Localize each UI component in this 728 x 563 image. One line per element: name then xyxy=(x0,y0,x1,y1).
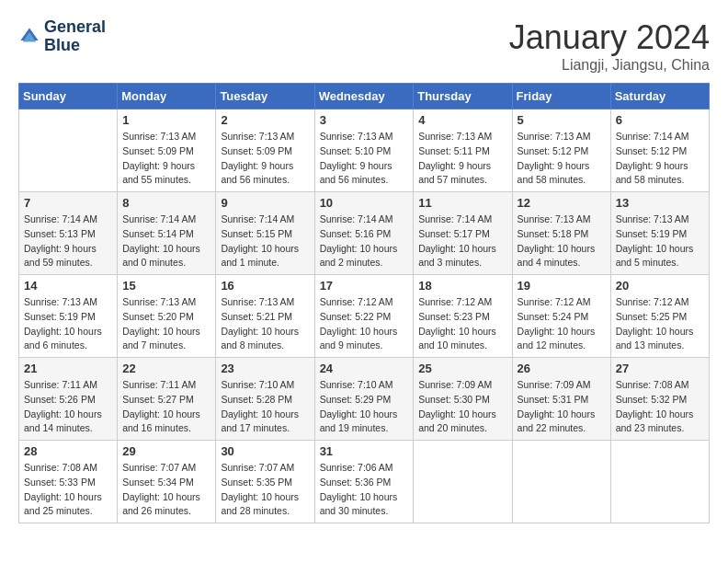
calendar-cell: 30Sunrise: 7:07 AMSunset: 5:35 PMDayligh… xyxy=(216,441,314,523)
day-info: Sunrise: 7:14 AMSunset: 5:16 PMDaylight:… xyxy=(320,213,409,270)
day-info: Sunrise: 7:11 AMSunset: 5:26 PMDaylight:… xyxy=(24,378,112,436)
day-info: Sunrise: 7:09 AMSunset: 5:31 PMDaylight:… xyxy=(518,378,606,436)
day-number: 2 xyxy=(221,113,309,127)
day-header-saturday: Saturday xyxy=(610,84,709,109)
calendar-cell: 8Sunrise: 7:14 AMSunset: 5:14 PMDaylight… xyxy=(118,192,216,275)
week-row-4: 21Sunrise: 7:11 AMSunset: 5:26 PMDayligh… xyxy=(19,358,710,441)
day-info: Sunrise: 7:12 AMSunset: 5:23 PMDaylight:… xyxy=(418,295,506,353)
logo: General Blue xyxy=(18,18,106,55)
calendar-cell xyxy=(512,441,610,523)
calendar-cell: 24Sunrise: 7:10 AMSunset: 5:29 PMDayligh… xyxy=(314,358,414,441)
week-row-5: 28Sunrise: 7:08 AMSunset: 5:33 PMDayligh… xyxy=(19,441,710,523)
day-number: 25 xyxy=(418,362,506,375)
calendar-cell: 12Sunrise: 7:13 AMSunset: 5:18 PMDayligh… xyxy=(512,192,610,275)
calendar-cell: 16Sunrise: 7:13 AMSunset: 5:21 PMDayligh… xyxy=(216,275,314,358)
week-row-1: 1Sunrise: 7:13 AMSunset: 5:09 PMDaylight… xyxy=(19,109,710,192)
day-info: Sunrise: 7:13 AMSunset: 5:09 PMDaylight:… xyxy=(122,130,210,188)
calendar-cell: 9Sunrise: 7:14 AMSunset: 5:15 PMDaylight… xyxy=(216,192,314,275)
calendar-cell: 17Sunrise: 7:12 AMSunset: 5:22 PMDayligh… xyxy=(314,275,414,358)
day-number: 22 xyxy=(122,362,210,375)
calendar-cell: 11Sunrise: 7:14 AMSunset: 5:17 PMDayligh… xyxy=(414,192,512,275)
calendar-cell: 6Sunrise: 7:14 AMSunset: 5:12 PMDaylight… xyxy=(610,109,709,192)
day-number: 27 xyxy=(616,362,704,375)
day-number: 17 xyxy=(320,279,409,293)
day-info: Sunrise: 7:11 AMSunset: 5:27 PMDaylight:… xyxy=(122,378,210,436)
day-info: Sunrise: 7:12 AMSunset: 5:24 PMDaylight:… xyxy=(518,295,606,353)
day-number: 11 xyxy=(418,196,506,210)
day-number: 18 xyxy=(418,279,506,293)
day-number: 30 xyxy=(221,444,309,458)
calendar-cell: 29Sunrise: 7:07 AMSunset: 5:34 PMDayligh… xyxy=(118,441,216,523)
calendar-cell: 15Sunrise: 7:13 AMSunset: 5:20 PMDayligh… xyxy=(118,275,216,358)
calendar-cell xyxy=(610,441,709,523)
page-header: General Blue January 2024 Liangji, Jiang… xyxy=(18,18,710,74)
day-number: 5 xyxy=(518,113,606,127)
day-number: 6 xyxy=(616,113,704,127)
calendar-cell: 26Sunrise: 7:09 AMSunset: 5:31 PMDayligh… xyxy=(512,358,610,441)
day-number: 12 xyxy=(518,196,606,210)
day-number: 20 xyxy=(616,279,704,293)
day-number: 7 xyxy=(24,196,112,210)
day-number: 19 xyxy=(518,279,606,293)
day-info: Sunrise: 7:10 AMSunset: 5:29 PMDaylight:… xyxy=(320,378,409,436)
day-number: 15 xyxy=(122,279,210,293)
day-number: 23 xyxy=(221,362,309,375)
day-number: 29 xyxy=(122,444,210,458)
day-info: Sunrise: 7:14 AMSunset: 5:17 PMDaylight:… xyxy=(418,213,506,270)
day-number: 24 xyxy=(320,362,409,375)
day-header-friday: Friday xyxy=(512,84,610,109)
day-number: 3 xyxy=(320,113,409,127)
day-number: 28 xyxy=(24,444,112,458)
calendar-cell: 14Sunrise: 7:13 AMSunset: 5:19 PMDayligh… xyxy=(19,275,118,358)
logo-icon xyxy=(18,26,40,48)
day-info: Sunrise: 7:13 AMSunset: 5:12 PMDaylight:… xyxy=(518,130,606,188)
day-number: 26 xyxy=(518,362,606,375)
day-number: 10 xyxy=(320,196,409,210)
calendar-cell: 10Sunrise: 7:14 AMSunset: 5:16 PMDayligh… xyxy=(314,192,414,275)
day-number: 9 xyxy=(221,196,309,210)
day-info: Sunrise: 7:09 AMSunset: 5:30 PMDaylight:… xyxy=(418,378,506,436)
day-info: Sunrise: 7:07 AMSunset: 5:35 PMDaylight:… xyxy=(221,461,309,519)
calendar-cell: 7Sunrise: 7:14 AMSunset: 5:13 PMDaylight… xyxy=(19,192,118,275)
calendar-cell: 2Sunrise: 7:13 AMSunset: 5:09 PMDaylight… xyxy=(216,109,314,192)
calendar-cell: 5Sunrise: 7:13 AMSunset: 5:12 PMDaylight… xyxy=(512,109,610,192)
day-header-sunday: Sunday xyxy=(19,84,118,109)
day-info: Sunrise: 7:14 AMSunset: 5:14 PMDaylight:… xyxy=(122,213,210,270)
day-number: 1 xyxy=(122,113,210,127)
day-info: Sunrise: 7:14 AMSunset: 5:13 PMDaylight:… xyxy=(24,213,112,270)
day-info: Sunrise: 7:07 AMSunset: 5:34 PMDaylight:… xyxy=(122,461,210,519)
day-info: Sunrise: 7:10 AMSunset: 5:28 PMDaylight:… xyxy=(221,378,309,436)
day-info: Sunrise: 7:08 AMSunset: 5:32 PMDaylight:… xyxy=(616,378,704,436)
day-header-thursday: Thursday xyxy=(414,84,512,109)
day-info: Sunrise: 7:13 AMSunset: 5:09 PMDaylight:… xyxy=(221,130,309,188)
calendar-cell: 28Sunrise: 7:08 AMSunset: 5:33 PMDayligh… xyxy=(19,441,118,523)
day-number: 16 xyxy=(221,279,309,293)
calendar-cell: 22Sunrise: 7:11 AMSunset: 5:27 PMDayligh… xyxy=(118,358,216,441)
day-info: Sunrise: 7:13 AMSunset: 5:19 PMDaylight:… xyxy=(24,295,112,353)
day-number: 21 xyxy=(24,362,112,375)
calendar-cell: 20Sunrise: 7:12 AMSunset: 5:25 PMDayligh… xyxy=(610,275,709,358)
location: Liangji, Jiangsu, China xyxy=(509,57,710,74)
day-header-tuesday: Tuesday xyxy=(216,84,314,109)
month-title: January 2024 xyxy=(509,18,710,57)
calendar-cell: 19Sunrise: 7:12 AMSunset: 5:24 PMDayligh… xyxy=(512,275,610,358)
day-info: Sunrise: 7:14 AMSunset: 5:12 PMDaylight:… xyxy=(616,130,704,188)
day-info: Sunrise: 7:12 AMSunset: 5:22 PMDaylight:… xyxy=(320,295,409,353)
calendar-cell xyxy=(414,441,512,523)
calendar-cell: 1Sunrise: 7:13 AMSunset: 5:09 PMDaylight… xyxy=(118,109,216,192)
calendar-cell: 18Sunrise: 7:12 AMSunset: 5:23 PMDayligh… xyxy=(414,275,512,358)
day-info: Sunrise: 7:13 AMSunset: 5:20 PMDaylight:… xyxy=(122,295,210,353)
day-info: Sunrise: 7:13 AMSunset: 5:19 PMDaylight:… xyxy=(616,213,704,270)
calendar-cell: 4Sunrise: 7:13 AMSunset: 5:11 PMDaylight… xyxy=(414,109,512,192)
week-row-2: 7Sunrise: 7:14 AMSunset: 5:13 PMDaylight… xyxy=(19,192,710,275)
calendar-cell xyxy=(19,109,118,192)
day-info: Sunrise: 7:13 AMSunset: 5:21 PMDaylight:… xyxy=(221,295,309,353)
day-number: 8 xyxy=(122,196,210,210)
calendar-cell: 3Sunrise: 7:13 AMSunset: 5:10 PMDaylight… xyxy=(314,109,414,192)
logo-text: General Blue xyxy=(44,18,106,55)
calendar-cell: 13Sunrise: 7:13 AMSunset: 5:19 PMDayligh… xyxy=(610,192,709,275)
day-info: Sunrise: 7:13 AMSunset: 5:18 PMDaylight:… xyxy=(518,213,606,270)
week-row-3: 14Sunrise: 7:13 AMSunset: 5:19 PMDayligh… xyxy=(19,275,710,358)
calendar-cell: 21Sunrise: 7:11 AMSunset: 5:26 PMDayligh… xyxy=(19,358,118,441)
day-number: 14 xyxy=(24,279,112,293)
